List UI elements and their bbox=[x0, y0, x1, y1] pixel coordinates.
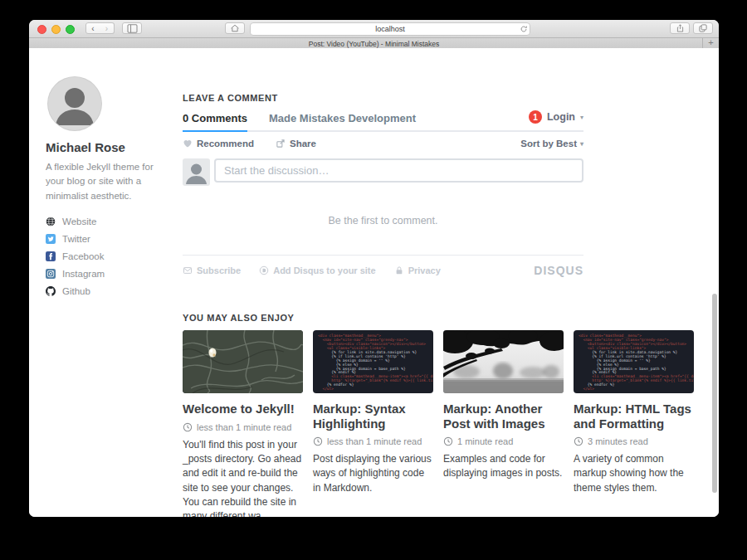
browser-titlebar: ‹ › localhost bbox=[29, 20, 719, 38]
post-title[interactable]: Welcome to Jekyll! bbox=[183, 402, 303, 416]
home-button[interactable] bbox=[225, 22, 245, 34]
share-button[interactable] bbox=[670, 22, 690, 34]
read-time: 1 minute read bbox=[457, 436, 513, 446]
new-tab-button[interactable]: + bbox=[702, 38, 719, 48]
add-disqus-link[interactable]: Add Disqus to your site bbox=[259, 265, 375, 275]
author-sidebar: Michael Rose A flexible Jekyll theme for… bbox=[46, 77, 172, 304]
post-title[interactable]: Markup: Syntax Highlighting bbox=[313, 402, 433, 431]
post-excerpt: Post displaying the various ways of high… bbox=[313, 452, 433, 495]
add-disqus-label: Add Disqus to your site bbox=[273, 265, 375, 275]
share-comments-button[interactable]: Share bbox=[276, 139, 316, 149]
home-icon bbox=[230, 23, 240, 33]
desktop: ‹ › localhost Post: bbox=[0, 0, 747, 560]
recommend-button[interactable]: Recommend bbox=[183, 139, 254, 149]
clock-icon bbox=[183, 422, 193, 432]
envelope-icon bbox=[183, 265, 193, 275]
post-title[interactable]: Markup: HTML Tags and Formatting bbox=[574, 402, 694, 431]
person-silhouette-icon bbox=[183, 158, 210, 186]
disqus-tab-row: 0 Comments Made Mistakes Development 1 L… bbox=[183, 112, 583, 132]
disqus-actions-row: Recommend Share Sort by Best ▾ bbox=[183, 132, 583, 156]
post-meta: less than 1 minute read bbox=[183, 422, 303, 432]
sidebar-link-label: Github bbox=[62, 286, 90, 296]
sidebar-link-twitter[interactable]: Twitter bbox=[46, 234, 172, 244]
author-links: Website Twitter Facebook Instagram bbox=[46, 217, 172, 296]
globe-icon bbox=[46, 217, 56, 226]
main-column: LEAVE A COMMENT 0 Comments Made Mistakes… bbox=[183, 85, 696, 275]
post-meta: 3 minutes read bbox=[574, 436, 694, 446]
login-label: Login bbox=[547, 111, 575, 123]
github-icon bbox=[46, 286, 56, 296]
author-name: Michael Rose bbox=[46, 140, 172, 154]
disqus-logo[interactable]: DISQUS bbox=[534, 264, 583, 277]
tab-overview-button[interactable] bbox=[693, 22, 713, 34]
related-posts: YOU MAY ALSO ENJOY bbox=[183, 305, 696, 517]
post-thumbnail-cells[interactable] bbox=[183, 330, 303, 393]
post-thumbnail-code[interactable]: <div class="masthead__menu"> <nav id="si… bbox=[574, 330, 694, 393]
commenter-avatar bbox=[183, 158, 210, 186]
read-time: 3 minutes read bbox=[588, 436, 648, 446]
subscribe-link[interactable]: Subscribe bbox=[183, 265, 241, 275]
channel-tab[interactable]: Made Mistakes Development bbox=[269, 112, 416, 132]
share-icon bbox=[676, 23, 685, 33]
subscribe-label: Subscribe bbox=[197, 265, 241, 275]
post-meta: less than 1 minute read bbox=[313, 436, 433, 446]
related-card: Welcome to Jekyll! less than 1 minute re… bbox=[183, 330, 303, 517]
post-meta: 1 minute read bbox=[443, 436, 564, 446]
post-thumbnail-code[interactable]: <div class="masthead__menu"> <nav id="si… bbox=[313, 330, 433, 393]
disqus-footer: Subscribe Add Disqus to your site Privac… bbox=[183, 256, 583, 275]
forward-button[interactable]: › bbox=[100, 22, 115, 34]
sidebar-link-website[interactable]: Website bbox=[46, 217, 172, 226]
reload-button[interactable] bbox=[518, 25, 530, 33]
vertical-scrollbar[interactable] bbox=[712, 294, 717, 493]
clock-icon bbox=[443, 436, 453, 446]
heart-icon bbox=[183, 139, 193, 149]
sidebar-link-label: Facebook bbox=[62, 251, 105, 261]
privacy-link[interactable]: Privacy bbox=[394, 265, 441, 275]
post-thumbnail-fog[interactable] bbox=[443, 330, 564, 393]
facebook-icon bbox=[46, 251, 56, 261]
related-card: <div class="masthead__menu"> <nav id="si… bbox=[313, 330, 433, 517]
url-text[interactable]: localhost bbox=[262, 25, 518, 33]
related-heading: YOU MAY ALSO ENJOY bbox=[183, 313, 696, 323]
login-control[interactable]: 1 Login ▾ bbox=[529, 110, 583, 124]
comment-form bbox=[183, 158, 583, 186]
sidebar-link-facebook[interactable]: Facebook bbox=[46, 251, 172, 261]
sidebar-link-instagram[interactable]: Instagram bbox=[46, 269, 172, 279]
sidebar-link-github[interactable]: Github bbox=[46, 286, 172, 296]
active-tab-title[interactable]: Post: Video (YouTube) - Minimal Mistakes bbox=[309, 40, 439, 48]
comments-heading: LEAVE A COMMENT bbox=[183, 93, 696, 103]
read-time: less than 1 minute read bbox=[197, 422, 291, 432]
chevron-down-icon: ▾ bbox=[580, 114, 583, 121]
sidebar-link-label: Website bbox=[62, 217, 96, 226]
sidebar-toggle-button[interactable] bbox=[122, 22, 142, 34]
privacy-label: Privacy bbox=[408, 265, 441, 275]
sidebar-link-label: Twitter bbox=[62, 234, 90, 244]
post-excerpt: Examples and code for displaying images … bbox=[443, 452, 564, 481]
comment-input[interactable] bbox=[214, 158, 583, 183]
share-arrow-icon bbox=[276, 139, 286, 149]
post-title[interactable]: Markup: Another Post with Images bbox=[443, 402, 564, 431]
close-window-button[interactable] bbox=[37, 25, 46, 34]
address-bar[interactable]: localhost bbox=[250, 22, 530, 36]
sidebar-link-label: Instagram bbox=[62, 269, 105, 279]
sidebar-icon bbox=[127, 24, 138, 33]
clock-icon bbox=[313, 436, 323, 446]
comments-count-tab[interactable]: 0 Comments bbox=[183, 112, 247, 132]
window-controls bbox=[37, 25, 75, 34]
related-card: Markup: Another Post with Images 1 minut… bbox=[443, 330, 564, 517]
twitter-icon bbox=[46, 234, 56, 244]
related-grid: Welcome to Jekyll! less than 1 minute re… bbox=[183, 330, 696, 517]
related-card: <div class="masthead__menu"> <nav id="si… bbox=[574, 330, 694, 517]
minimize-window-button[interactable] bbox=[51, 25, 61, 34]
chevron-down-icon: ▾ bbox=[580, 140, 583, 148]
lock-icon bbox=[394, 265, 404, 275]
browser-window: ‹ › localhost Post: bbox=[29, 20, 719, 517]
zoom-window-button[interactable] bbox=[66, 25, 75, 34]
sort-selector[interactable]: Sort by Best ▾ bbox=[520, 139, 583, 149]
foggy-tree-image bbox=[443, 330, 564, 393]
tabs-icon bbox=[698, 23, 708, 33]
author-bio: A flexible Jekyll theme for your blog or… bbox=[46, 160, 172, 203]
post-excerpt: A variety of common markup showing how t… bbox=[574, 452, 694, 495]
back-button[interactable]: ‹ bbox=[85, 22, 100, 34]
person-silhouette-icon bbox=[48, 77, 101, 130]
